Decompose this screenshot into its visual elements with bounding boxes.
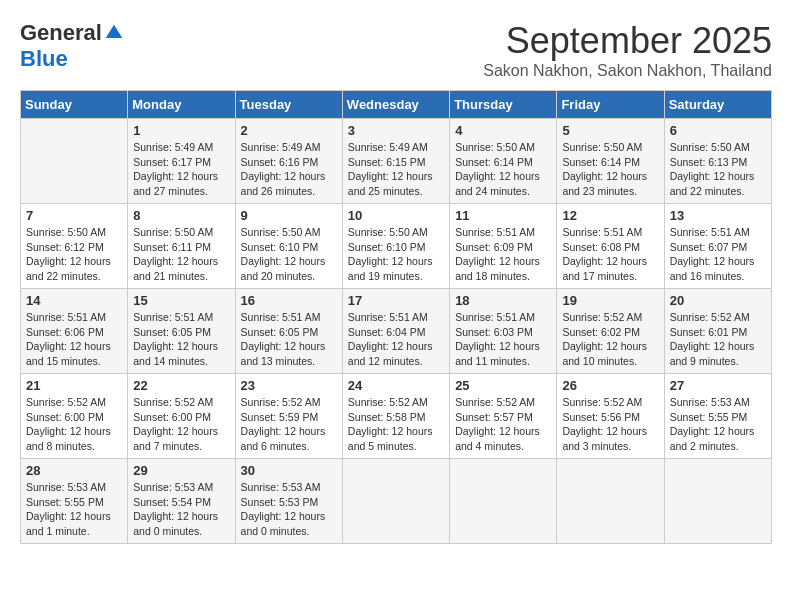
day-info: Sunrise: 5:51 AM Sunset: 6:05 PM Dayligh… [133,310,229,369]
day-number: 4 [455,123,551,138]
logo-icon [104,23,124,43]
logo-general: General [20,20,102,46]
calendar-cell [21,119,128,204]
day-info: Sunrise: 5:49 AM Sunset: 6:15 PM Dayligh… [348,140,444,199]
calendar-cell: 14 Sunrise: 5:51 AM Sunset: 6:06 PM Dayl… [21,289,128,374]
calendar-cell: 3 Sunrise: 5:49 AM Sunset: 6:15 PM Dayli… [342,119,449,204]
calendar-cell: 28 Sunrise: 5:53 AM Sunset: 5:55 PM Dayl… [21,459,128,544]
day-number: 30 [241,463,337,478]
day-number: 26 [562,378,658,393]
svg-marker-0 [106,25,123,38]
day-info: Sunrise: 5:52 AM Sunset: 6:00 PM Dayligh… [133,395,229,454]
calendar-cell [664,459,771,544]
calendar-cell: 21 Sunrise: 5:52 AM Sunset: 6:00 PM Dayl… [21,374,128,459]
day-number: 15 [133,293,229,308]
day-info: Sunrise: 5:50 AM Sunset: 6:12 PM Dayligh… [26,225,122,284]
calendar-cell: 20 Sunrise: 5:52 AM Sunset: 6:01 PM Dayl… [664,289,771,374]
day-info: Sunrise: 5:53 AM Sunset: 5:54 PM Dayligh… [133,480,229,539]
day-number: 2 [241,123,337,138]
day-info: Sunrise: 5:53 AM Sunset: 5:53 PM Dayligh… [241,480,337,539]
day-info: Sunrise: 5:52 AM Sunset: 5:57 PM Dayligh… [455,395,551,454]
day-info: Sunrise: 5:52 AM Sunset: 5:58 PM Dayligh… [348,395,444,454]
calendar-cell: 12 Sunrise: 5:51 AM Sunset: 6:08 PM Dayl… [557,204,664,289]
day-info: Sunrise: 5:49 AM Sunset: 6:17 PM Dayligh… [133,140,229,199]
day-info: Sunrise: 5:52 AM Sunset: 6:01 PM Dayligh… [670,310,766,369]
calendar-week-1: 1 Sunrise: 5:49 AM Sunset: 6:17 PM Dayli… [21,119,772,204]
calendar-cell: 22 Sunrise: 5:52 AM Sunset: 6:00 PM Dayl… [128,374,235,459]
calendar-cell: 8 Sunrise: 5:50 AM Sunset: 6:11 PM Dayli… [128,204,235,289]
weekday-header-wednesday: Wednesday [342,91,449,119]
location: Sakon Nakhon, Sakon Nakhon, Thailand [483,62,772,80]
day-info: Sunrise: 5:51 AM Sunset: 6:07 PM Dayligh… [670,225,766,284]
day-info: Sunrise: 5:50 AM Sunset: 6:13 PM Dayligh… [670,140,766,199]
calendar-cell: 24 Sunrise: 5:52 AM Sunset: 5:58 PM Dayl… [342,374,449,459]
day-number: 21 [26,378,122,393]
calendar-cell: 18 Sunrise: 5:51 AM Sunset: 6:03 PM Dayl… [450,289,557,374]
calendar-week-5: 28 Sunrise: 5:53 AM Sunset: 5:55 PM Dayl… [21,459,772,544]
day-number: 22 [133,378,229,393]
calendar-cell: 25 Sunrise: 5:52 AM Sunset: 5:57 PM Dayl… [450,374,557,459]
day-number: 17 [348,293,444,308]
day-number: 27 [670,378,766,393]
calendar-cell: 29 Sunrise: 5:53 AM Sunset: 5:54 PM Dayl… [128,459,235,544]
calendar-cell [450,459,557,544]
day-number: 7 [26,208,122,223]
day-info: Sunrise: 5:51 AM Sunset: 6:05 PM Dayligh… [241,310,337,369]
day-number: 25 [455,378,551,393]
calendar-week-4: 21 Sunrise: 5:52 AM Sunset: 6:00 PM Dayl… [21,374,772,459]
day-number: 20 [670,293,766,308]
calendar-cell [557,459,664,544]
day-info: Sunrise: 5:49 AM Sunset: 6:16 PM Dayligh… [241,140,337,199]
day-info: Sunrise: 5:51 AM Sunset: 6:09 PM Dayligh… [455,225,551,284]
calendar-cell: 19 Sunrise: 5:52 AM Sunset: 6:02 PM Dayl… [557,289,664,374]
title-block: September 2025 Sakon Nakhon, Sakon Nakho… [483,20,772,80]
day-number: 28 [26,463,122,478]
month-title: September 2025 [483,20,772,62]
weekday-header-thursday: Thursday [450,91,557,119]
logo-blue: Blue [20,46,68,72]
logo: General Blue [20,20,124,72]
day-info: Sunrise: 5:51 AM Sunset: 6:08 PM Dayligh… [562,225,658,284]
day-number: 6 [670,123,766,138]
day-number: 18 [455,293,551,308]
day-info: Sunrise: 5:52 AM Sunset: 6:02 PM Dayligh… [562,310,658,369]
weekday-header-tuesday: Tuesday [235,91,342,119]
day-info: Sunrise: 5:53 AM Sunset: 5:55 PM Dayligh… [670,395,766,454]
day-info: Sunrise: 5:50 AM Sunset: 6:10 PM Dayligh… [241,225,337,284]
calendar-cell [342,459,449,544]
calendar-cell: 11 Sunrise: 5:51 AM Sunset: 6:09 PM Dayl… [450,204,557,289]
calendar-cell: 26 Sunrise: 5:52 AM Sunset: 5:56 PM Dayl… [557,374,664,459]
day-info: Sunrise: 5:50 AM Sunset: 6:11 PM Dayligh… [133,225,229,284]
day-info: Sunrise: 5:51 AM Sunset: 6:03 PM Dayligh… [455,310,551,369]
calendar-cell: 9 Sunrise: 5:50 AM Sunset: 6:10 PM Dayli… [235,204,342,289]
day-info: Sunrise: 5:51 AM Sunset: 6:04 PM Dayligh… [348,310,444,369]
day-info: Sunrise: 5:52 AM Sunset: 6:00 PM Dayligh… [26,395,122,454]
day-number: 1 [133,123,229,138]
day-number: 14 [26,293,122,308]
day-info: Sunrise: 5:50 AM Sunset: 6:14 PM Dayligh… [455,140,551,199]
day-number: 24 [348,378,444,393]
day-number: 23 [241,378,337,393]
day-number: 29 [133,463,229,478]
calendar-week-3: 14 Sunrise: 5:51 AM Sunset: 6:06 PM Dayl… [21,289,772,374]
day-number: 9 [241,208,337,223]
day-number: 16 [241,293,337,308]
weekday-header-friday: Friday [557,91,664,119]
day-info: Sunrise: 5:50 AM Sunset: 6:10 PM Dayligh… [348,225,444,284]
day-number: 19 [562,293,658,308]
day-info: Sunrise: 5:50 AM Sunset: 6:14 PM Dayligh… [562,140,658,199]
calendar-cell: 4 Sunrise: 5:50 AM Sunset: 6:14 PM Dayli… [450,119,557,204]
day-number: 10 [348,208,444,223]
day-number: 3 [348,123,444,138]
day-number: 12 [562,208,658,223]
day-number: 5 [562,123,658,138]
calendar-cell: 7 Sunrise: 5:50 AM Sunset: 6:12 PM Dayli… [21,204,128,289]
calendar-cell: 15 Sunrise: 5:51 AM Sunset: 6:05 PM Dayl… [128,289,235,374]
calendar-cell: 5 Sunrise: 5:50 AM Sunset: 6:14 PM Dayli… [557,119,664,204]
day-number: 13 [670,208,766,223]
weekday-header-monday: Monday [128,91,235,119]
calendar-cell: 23 Sunrise: 5:52 AM Sunset: 5:59 PM Dayl… [235,374,342,459]
calendar-week-2: 7 Sunrise: 5:50 AM Sunset: 6:12 PM Dayli… [21,204,772,289]
calendar-cell: 2 Sunrise: 5:49 AM Sunset: 6:16 PM Dayli… [235,119,342,204]
day-info: Sunrise: 5:52 AM Sunset: 5:56 PM Dayligh… [562,395,658,454]
